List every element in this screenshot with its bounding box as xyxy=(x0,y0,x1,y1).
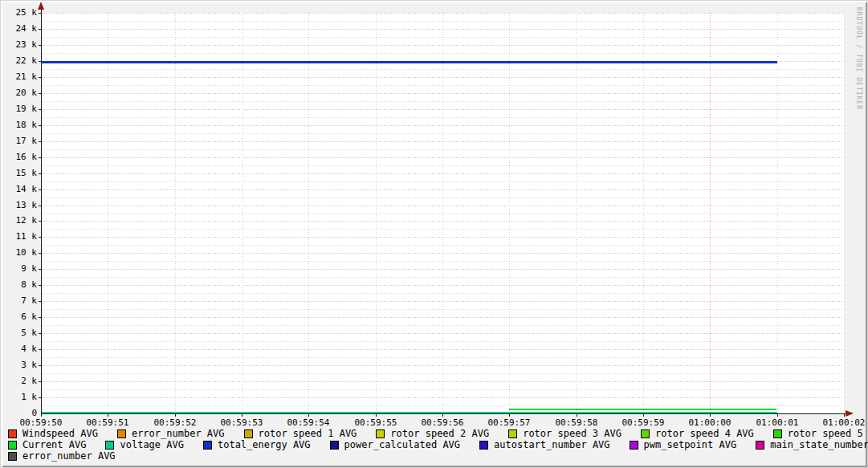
x-tickmark xyxy=(777,414,778,417)
x-tick-label: 01:00:02 xyxy=(815,417,868,428)
legend-item-rotor-speed-1: rotor speed 1 AVG xyxy=(244,428,357,439)
y-tick-label: 11 k xyxy=(5,231,37,242)
gridline-v-minor xyxy=(643,13,644,413)
legend-swatch xyxy=(203,441,212,450)
y-tick-label: 5 k xyxy=(5,328,37,339)
x-tickmark xyxy=(41,414,42,417)
legend-swatch xyxy=(773,429,782,438)
legend-item-error-number-2: error_number AVG xyxy=(8,450,116,462)
x-tick-label: 00:59:52 xyxy=(146,417,204,428)
legend-swatch xyxy=(244,429,253,438)
legend-label: Windspeed AVG xyxy=(22,428,98,439)
x-tick-label: 00:59:53 xyxy=(213,417,271,428)
legend-label: error_number AVG xyxy=(132,428,225,439)
series-line-total-energy-avg xyxy=(41,61,777,63)
y-tick-label: 18 k xyxy=(5,120,37,131)
legend-row: error_number AVG xyxy=(1,450,868,462)
legend-label: main_state_number AVG xyxy=(770,439,868,450)
legend-label: Current AVG xyxy=(22,439,86,450)
y-tick-label: 17 k xyxy=(5,136,37,147)
x-tick-label: 01:00:00 xyxy=(681,417,739,428)
x-axis-arrow-icon xyxy=(846,410,854,417)
x-tick-label: 00:59:59 xyxy=(614,417,672,428)
legend-swatch xyxy=(330,441,339,450)
legend-label: rotor speed 4 AVG xyxy=(655,428,754,439)
legend: Windspeed AVG error_number AVG rotor spe… xyxy=(1,428,868,462)
x-tickmark xyxy=(442,414,443,417)
x-tickmark xyxy=(242,414,242,417)
x-tick-label: 00:59:58 xyxy=(548,417,605,428)
y-tick-label: 3 k xyxy=(5,360,37,371)
gridline-v-minor xyxy=(376,13,377,413)
legend-label: rotor speed 2 AVG xyxy=(390,428,489,439)
legend-item-main-state-number: main_state_number AVG xyxy=(756,439,868,450)
x-tickmark xyxy=(108,414,108,417)
gridline-v-minor xyxy=(242,13,242,413)
gridline-v-major xyxy=(710,13,711,413)
legend-item-rotor-speed-2: rotor speed 2 AVG xyxy=(376,428,489,439)
legend-label: pwm_setpoint AVG xyxy=(644,439,737,450)
y-tick-label: 13 k xyxy=(5,200,37,211)
y-tick-label: 8 k xyxy=(5,279,37,291)
legend-item-rotor-speed-3: rotor speed 3 AVG xyxy=(508,428,621,439)
y-tick-label: 24 k xyxy=(5,23,37,35)
legend-swatch xyxy=(117,429,126,438)
legend-item-current: Current AVG xyxy=(8,439,86,450)
legend-swatch xyxy=(8,429,17,438)
gridline-v-minor xyxy=(442,13,443,413)
x-tick-label: 00:59:50 xyxy=(12,417,70,428)
y-tick-label: 15 k xyxy=(5,168,37,179)
legend-label: autostart_number AVG xyxy=(494,439,610,450)
x-tickmark xyxy=(376,414,377,417)
y-tick-label: 25 k xyxy=(5,7,37,18)
x-tickmark xyxy=(710,414,711,417)
y-tick-label: 6 k xyxy=(5,311,37,323)
y-tick-label: 10 k xyxy=(5,247,37,258)
x-tickmark xyxy=(175,414,176,417)
x-tick-label: 00:59:55 xyxy=(347,417,405,428)
x-tick-label: 00:59:56 xyxy=(414,417,471,428)
legend-swatch xyxy=(105,441,114,450)
legend-item-total-energy: total_energy AVG xyxy=(203,439,311,450)
y-tick-label: 7 k xyxy=(5,295,37,307)
y-axis-line xyxy=(41,7,42,413)
legend-row: Windspeed AVG error_number AVG rotor spe… xyxy=(1,428,868,439)
rrdtool-graph: 01 k2 k3 k4 k5 k6 k7 k8 k9 k10 k11 k12 k… xyxy=(0,0,868,468)
x-tickmark xyxy=(844,414,845,417)
legend-item-voltage: voltage AVG xyxy=(105,439,183,450)
legend-swatch xyxy=(630,441,638,450)
legend-swatch xyxy=(8,441,17,450)
y-tick-label: 14 k xyxy=(5,184,37,195)
legend-label: rotor speed 3 AVG xyxy=(523,428,621,439)
legend-label: voltage AVG xyxy=(120,439,183,450)
legend-item-autostart-number: autostart_number AVG xyxy=(479,439,610,450)
gridline-v-minor xyxy=(777,13,778,413)
y-tick-label: 4 k xyxy=(5,344,37,355)
x-tickmark xyxy=(509,414,510,417)
legend-item-error-number: error_number AVG xyxy=(117,428,225,439)
legend-label: error_number AVG xyxy=(22,450,116,462)
y-tick-label: 21 k xyxy=(5,71,37,83)
gridline-v-minor xyxy=(308,13,309,413)
legend-swatch xyxy=(479,441,488,450)
legend-item-windspeed: Windspeed AVG xyxy=(8,428,98,439)
x-tickmark xyxy=(643,414,644,417)
y-tick-label: 12 k xyxy=(5,215,37,226)
legend-label: rotor speed 5 AVG xyxy=(788,428,868,439)
x-tick-label: 00:59:57 xyxy=(480,417,538,428)
series-line-current-avg xyxy=(509,409,776,410)
gridline-v-minor xyxy=(509,13,510,413)
legend-swatch xyxy=(8,452,17,461)
y-tick-label: 9 k xyxy=(5,263,37,275)
y-tick-label: 1 k xyxy=(5,392,37,403)
y-axis-arrow-icon xyxy=(38,2,44,10)
x-tick-label: 00:59:54 xyxy=(279,417,337,428)
gridline-v-minor xyxy=(175,13,176,413)
legend-item-rotor-speed-5: rotor speed 5 AVG xyxy=(773,428,868,439)
y-tick-label: 2 k xyxy=(5,376,37,387)
legend-label: rotor speed 1 AVG xyxy=(259,428,357,439)
y-tick-label: 23 k xyxy=(5,39,37,51)
gridline-v-minor xyxy=(577,13,577,413)
y-tick-label: 19 k xyxy=(5,104,37,115)
legend-item-power-calculated: power_calculated AVG xyxy=(330,439,461,450)
